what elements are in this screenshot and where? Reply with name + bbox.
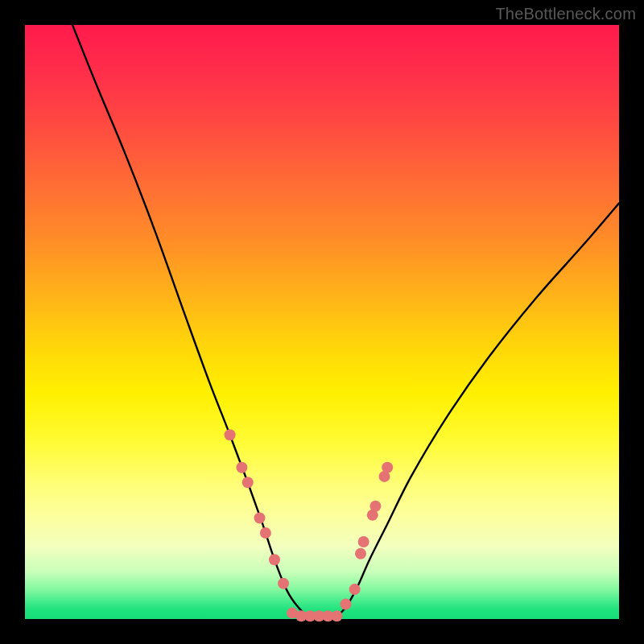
outer-frame: TheBottleneck.com — [0, 0, 644, 644]
marker-dot — [236, 462, 247, 473]
marker-dot — [260, 527, 271, 539]
marker-dot — [269, 554, 280, 565]
marker-dot — [369, 501, 381, 512]
attribution-text: TheBottleneck.com — [495, 5, 636, 23]
marker-dot — [254, 513, 266, 524]
bottleneck-curve — [72, 25, 619, 617]
marker-dot — [278, 578, 289, 589]
marker-dot — [331, 610, 342, 621]
highlight-dots — [225, 429, 394, 621]
marker-dot — [242, 477, 254, 488]
marker-dot — [225, 429, 236, 440]
marker-dot — [349, 584, 361, 595]
marker-dot — [341, 599, 352, 610]
marker-dot — [355, 548, 366, 559]
marker-dot — [358, 536, 369, 547]
chart-overlay — [25, 25, 619, 619]
marker-dot — [382, 462, 393, 473]
